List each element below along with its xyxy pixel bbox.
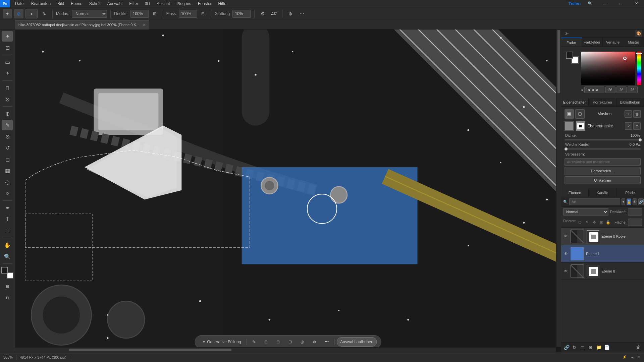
tab-farbfelder[interactable]: Farbfelder xyxy=(582,38,603,47)
lasso-tool[interactable]: ⌖ xyxy=(2,68,13,79)
hex-input[interactable] xyxy=(584,86,604,93)
pixel-mask-btn[interactable] xyxy=(565,109,574,119)
lock-transparent-btn[interactable]: ⬡ xyxy=(577,219,583,225)
filter-lock-btn[interactable]: 🔗 xyxy=(638,198,644,205)
shape-tool[interactable]: □ xyxy=(2,225,13,236)
pen-tool[interactable]: ✒ xyxy=(2,202,13,213)
history-brush-tool[interactable]: ↺ xyxy=(2,142,13,153)
ctx-btn-4[interactable]: ⊡ xyxy=(285,337,295,347)
crop-tool[interactable]: ⊓ xyxy=(2,82,13,93)
search-button[interactable]: 🔍 xyxy=(582,0,598,7)
menu-filter[interactable]: Filter xyxy=(126,0,142,7)
layer-visibility-toggle[interactable]: 👁 xyxy=(563,234,569,239)
fg-color-swatch[interactable] xyxy=(1,267,8,274)
angle-btn[interactable]: ∠0° xyxy=(269,9,279,18)
lock-position-btn[interactable]: ✤ xyxy=(591,219,597,225)
gradient-tool[interactable]: ▦ xyxy=(2,165,13,176)
move-tool-btn[interactable]: ✦ xyxy=(3,9,12,18)
auswahlen-maskieren-input[interactable]: Auswählen und maskieren xyxy=(565,158,641,166)
filter-toggle-btn[interactable]: 🔒 xyxy=(627,198,631,205)
fluss-input[interactable] xyxy=(179,10,197,18)
menu-plugins[interactable]: Plug-ins xyxy=(173,0,195,7)
menu-3d[interactable]: 3D xyxy=(142,0,153,7)
hand-tool[interactable]: ✋ xyxy=(2,240,13,250)
layers-tab-pfade[interactable]: Pfade xyxy=(616,188,644,197)
layer-link-btn[interactable]: 🔗 xyxy=(563,344,570,351)
menu-bild[interactable]: Bild xyxy=(54,0,67,7)
layer-row[interactable]: 👁 Ebene 0 xyxy=(561,262,644,280)
close-button[interactable]: ✕ xyxy=(629,0,644,7)
eraser-tool[interactable]: ◻ xyxy=(2,154,13,165)
delete-mask-btn[interactable]: 🗑 xyxy=(633,110,641,118)
collapse-panel-icon[interactable]: ≫ xyxy=(563,30,570,37)
document-tab[interactable]: bike-3073082 nattapol deejitwasin auf Pi… xyxy=(15,20,149,29)
deckkraft-jitter-btn[interactable]: ⊞ xyxy=(150,9,159,18)
ctx-btn-2[interactable]: ⊞ xyxy=(261,337,271,347)
menu-fenster[interactable]: Fenster xyxy=(195,0,215,7)
color-swatches[interactable] xyxy=(1,267,13,279)
symmetry-btn[interactable]: ⊕ xyxy=(286,9,295,18)
fg-color-swatch[interactable] xyxy=(566,52,573,59)
flaeche-input[interactable]: 100% xyxy=(628,219,642,226)
maximize-button[interactable]: □ xyxy=(613,0,629,7)
tab-close-btn[interactable]: ✕ xyxy=(143,23,146,27)
tab-korrekturen[interactable]: Korrekturen xyxy=(589,98,616,106)
ctx-btn-5[interactable]: ◎ xyxy=(297,337,307,347)
auswahl-aufheben-btn[interactable]: Auswahl aufheben xyxy=(336,337,377,347)
quick-mask-btn[interactable]: ⊟ xyxy=(2,281,13,292)
ctx-btn-6[interactable]: ⊗ xyxy=(309,337,319,347)
eyedropper-tool[interactable]: ⊘ xyxy=(2,94,13,105)
add-mask-btn[interactable]: + xyxy=(625,110,632,118)
layer-adj-btn[interactable]: ⊕ xyxy=(587,344,594,351)
h-scroll-thumb[interactable] xyxy=(69,349,231,351)
menu-hilfe[interactable]: Hilfe xyxy=(215,0,230,7)
layer-new-btn[interactable]: 📄 xyxy=(603,344,610,351)
r-input[interactable] xyxy=(605,86,615,93)
share-button[interactable]: Teilen xyxy=(567,0,582,7)
lock-all-btn[interactable]: 🔒 xyxy=(605,219,611,225)
weiche-kante-slider[interactable] xyxy=(565,148,641,149)
vertical-scrollbar[interactable] xyxy=(556,29,561,347)
artboard-tool[interactable]: ⊡ xyxy=(2,42,13,53)
layer-row[interactable]: 👁 Ebene 0 Kopie xyxy=(561,228,644,245)
canvas-area[interactable]: ✦ Generative Füllung ✎ ⊞ ⊟ ⊡ ◎ ⊗ ••• Aus… xyxy=(15,29,561,352)
gradient-cursor[interactable] xyxy=(623,57,627,60)
color-gradient-picker[interactable] xyxy=(581,52,635,85)
brush-tool[interactable]: ✎ xyxy=(2,120,13,130)
deckkraft-input[interactable] xyxy=(130,10,149,18)
menu-schrift[interactable]: Schrift xyxy=(86,0,104,7)
move-tool[interactable]: ✦ xyxy=(2,31,13,42)
text-tool[interactable]: T xyxy=(2,214,13,225)
hue-cursor[interactable] xyxy=(636,53,642,54)
tab-muster[interactable]: Muster xyxy=(623,38,644,47)
blur-tool[interactable]: ◌ xyxy=(2,177,13,187)
fluss-jitter-btn[interactable]: ⊞ xyxy=(198,9,208,18)
dichte-slider[interactable] xyxy=(565,139,641,140)
menu-ansicht[interactable]: Ansicht xyxy=(153,0,173,7)
brush-preset-btn[interactable]: ● xyxy=(25,9,38,18)
extra-btn[interactable]: ⋯ xyxy=(297,9,307,18)
farbbereich-btn[interactable]: Farbbereich... xyxy=(565,167,641,175)
deckkraft-input[interactable]: 100% xyxy=(628,208,642,216)
umkehren-btn[interactable]: Umkehren xyxy=(565,176,641,184)
ctx-btn-1[interactable]: ✎ xyxy=(249,337,259,347)
layer-mask-btn[interactable]: ◻ xyxy=(579,344,586,351)
tab-verlaeufe[interactable]: Verläufe xyxy=(603,38,624,47)
layer-group-btn[interactable]: 📁 xyxy=(595,344,602,351)
layer-delete-btn[interactable]: 🗑 xyxy=(635,344,642,351)
lock-artboard-btn[interactable]: ⊞ xyxy=(598,219,604,225)
v-scroll-thumb[interactable] xyxy=(557,30,560,93)
ctx-btn-3[interactable]: ⊟ xyxy=(273,337,283,347)
modus-select[interactable]: Normal Multiplizieren Bildschirm xyxy=(72,10,107,18)
selection-tool[interactable]: ▭ xyxy=(2,57,13,67)
layer-visibility-toggle[interactable]: 👁 xyxy=(563,251,569,256)
layers-search-input[interactable] xyxy=(569,198,620,205)
healing-tool[interactable]: ⊕ xyxy=(2,108,13,119)
minimize-button[interactable]: — xyxy=(598,0,613,7)
g-input[interactable] xyxy=(616,86,627,93)
brush-mode-btn[interactable]: ✎ xyxy=(40,9,49,18)
zoom-tool[interactable]: 🔍 xyxy=(2,251,13,262)
blend-mode-select[interactable]: Normal Multiplizieren Bildschirm Überlag… xyxy=(563,208,608,216)
menu-ebene[interactable]: Ebene xyxy=(67,0,86,7)
apply-mask-btn[interactable]: ✓ xyxy=(625,122,632,130)
